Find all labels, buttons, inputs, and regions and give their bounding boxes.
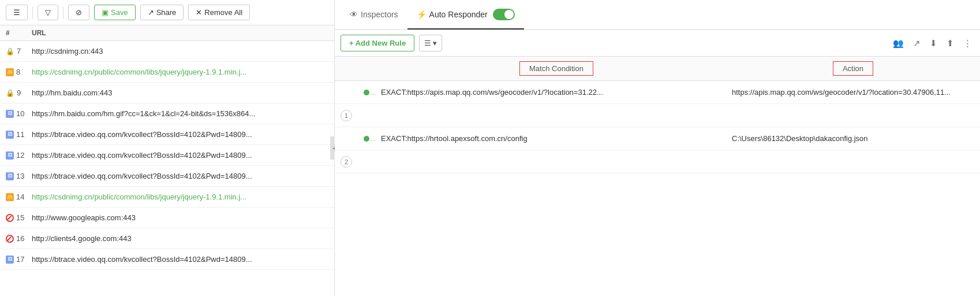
download-icon[interactable]: ⬇ (927, 36, 940, 51)
empty-row-1[interactable]: 1 ↑ ↓ ↪ ✏ 🗑 (335, 104, 980, 127)
save-icon: ▣ (102, 8, 109, 17)
rule-num-badge-2: 2 (341, 156, 364, 168)
table-row[interactable]: 🖼 12 https://btrace.video.qq.com/kvcolle… (0, 145, 334, 166)
row-url: http://csdnimg.cn:443 (32, 47, 328, 56)
img-icon: 🖼 (6, 151, 14, 160)
row-num: 🔒 9 (6, 88, 32, 97)
add-rule-label: + Add New Rule (349, 39, 406, 47)
remove-all-icon: ✕ (196, 8, 202, 17)
add-rule-button[interactable]: + Add New Rule (341, 35, 414, 51)
table-row[interactable]: 🖼 13 https://btrace.video.qq.com/kvcolle… (0, 166, 334, 187)
row-number: 7 (17, 47, 21, 56)
up-icon-e1[interactable]: ↑ (930, 111, 934, 120)
export-icon[interactable]: ↗ (911, 36, 923, 51)
redirect-icon-e2[interactable]: ↪ (945, 157, 952, 166)
tab-auto-responder-label: Auto Responder (429, 10, 488, 19)
row-num: 🔒 7 (6, 47, 32, 56)
up-icon-e2[interactable]: ↑ (930, 157, 934, 166)
row-num: 🖼 13 (6, 172, 32, 180)
hamburger-button[interactable]: ☰ (6, 5, 28, 20)
row-num: JS 14 (6, 193, 32, 201)
table-row[interactable]: 🔒 9 http://hm.baidu.com:443 (0, 83, 334, 103)
badge-2: 2 (341, 156, 352, 168)
rule-row-1[interactable]: ... EXACT:https://apis.map.qq.com/ws/geo… (335, 81, 980, 104)
img-icon: 🖼 (6, 131, 14, 139)
table-row[interactable]: 🖼 10 https://hm.baidu.com/hm.gif?cc=1&ck… (0, 103, 334, 124)
row-url: https://csdnimg.cn/public/common/libs/jq… (32, 193, 328, 201)
filter-icon: ▽ (45, 8, 51, 17)
down-icon-2[interactable]: ↓ (938, 134, 942, 143)
trash-icon-e2[interactable]: 🗑 (966, 157, 974, 166)
rule-num-badge-1: 1 (341, 110, 364, 121)
lock-icon: 🔒 (6, 89, 14, 97)
up-icon-1[interactable]: ↑ (930, 88, 934, 97)
share-button[interactable]: ↗ Share (140, 5, 184, 20)
down-icon-e1[interactable]: ↓ (938, 111, 942, 120)
row-number: 13 (16, 172, 24, 180)
status-dot-1 (364, 90, 369, 95)
row-number: 8 (16, 68, 20, 76)
js-icon: JS (6, 68, 14, 76)
blocked-icon (6, 214, 14, 222)
img-icon: 🖼 (6, 256, 14, 264)
row-number: 9 (17, 88, 21, 97)
rule-row-2[interactable]: ... EXACT:https://hrtool.apexsoft.com.cn… (335, 127, 980, 150)
redirect-icon-2[interactable]: ↪ (945, 134, 952, 143)
status-dot-2 (364, 136, 369, 142)
edit-icon-e1[interactable]: ✏ (956, 111, 963, 120)
col-url-header: URL (32, 29, 328, 37)
edit-icon-1[interactable]: ✏ (956, 88, 963, 97)
share-icon: ↗ (148, 8, 154, 17)
row-num: JS 8 (6, 68, 32, 76)
save-label: Save (111, 8, 128, 17)
trash-icon-2[interactable]: 🗑 (966, 134, 974, 143)
table-row[interactable]: 🖼 11 https://btrace.video.qq.com/kvcolle… (0, 124, 334, 145)
hamburger-icon: ☰ (13, 8, 20, 17)
match-condition-header: Match Condition (519, 61, 593, 76)
table-row[interactable]: 🔒 7 http://csdnimg.cn:443 (0, 41, 334, 62)
remove-icon-button[interactable]: ⊘ (68, 5, 89, 20)
tabs-bar: 👁 Inspectors ⚡ Auto Responder (335, 0, 980, 30)
remove-all-button[interactable]: ✕ Remove All (188, 5, 250, 20)
auto-responder-toggle[interactable] (493, 9, 515, 20)
rule-status-1: ... (364, 89, 381, 96)
requests-table: 🔒 7 http://csdnimg.cn:443 JS 8 https://c… (0, 41, 334, 296)
group-icon[interactable]: 👥 (891, 36, 906, 51)
row-url: https://btrace.video.qq.com/kvcollect?Bo… (32, 172, 328, 180)
row-number: 16 (16, 234, 24, 243)
redirect-icon-1[interactable]: ↪ (945, 88, 952, 97)
down-icon-e2[interactable]: ↓ (938, 157, 942, 166)
table-row[interactable]: 15 http://www.googleapis.com:443 (0, 208, 334, 228)
filter-button[interactable]: ▽ (38, 5, 58, 20)
redirect-icon-e1[interactable]: ↪ (945, 111, 952, 120)
table-row[interactable]: 16 http://clients4.google.com:443 (0, 228, 334, 249)
row-num: 15 (6, 213, 32, 222)
table-row[interactable]: 🖼 17 https://btrace.video.qq.com/kvcolle… (0, 249, 334, 270)
up-icon-2[interactable]: ↑ (930, 134, 934, 143)
row-number: 14 (16, 193, 24, 201)
edit-icon-2[interactable]: ✏ (956, 134, 963, 143)
trash-icon-1[interactable]: 🗑 (966, 88, 974, 97)
eye-icon: 👁 (350, 10, 358, 19)
list-icon: ☰ (424, 39, 431, 47)
upload-icon[interactable]: ⬆ (944, 36, 956, 51)
chevron-down-icon: ▾ (433, 39, 437, 47)
empty-row-2[interactable]: 2 ↑ ↓ ↪ ✏ 🗑 (335, 150, 980, 173)
edit-icon-e2[interactable]: ✏ (956, 157, 963, 166)
tab-inspectors[interactable]: 👁 Inspectors (341, 2, 407, 28)
row-url: https://btrace.video.qq.com/kvcollect?Bo… (32, 255, 328, 264)
action-header: Action (833, 61, 873, 76)
table-row[interactable]: JS 14 https://csdnimg.cn/public/common/l… (0, 187, 334, 208)
rule-status-2: ... (364, 135, 381, 142)
status-ellipsis-1: ... (371, 89, 376, 96)
list-options-button[interactable]: ☰ ▾ (419, 35, 442, 51)
row-num: 🖼 10 (6, 109, 32, 118)
row-url: https://csdnimg.cn/public/common/libs/jq… (32, 68, 328, 76)
save-button[interactable]: ▣ Save (94, 5, 136, 20)
share-label: Share (156, 8, 177, 17)
trash-icon-e1[interactable]: 🗑 (966, 111, 974, 120)
more-icon[interactable]: ⋮ (961, 36, 974, 51)
tab-auto-responder[interactable]: ⚡ Auto Responder (407, 1, 524, 29)
table-row[interactable]: JS 8 https://csdnimg.cn/public/common/li… (0, 62, 334, 83)
down-icon-1[interactable]: ↓ (938, 88, 942, 97)
